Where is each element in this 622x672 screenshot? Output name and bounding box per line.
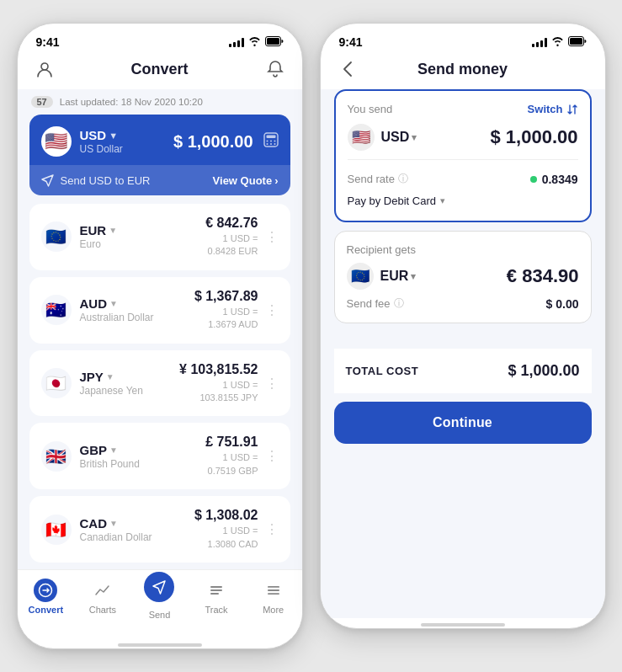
status-bar-1: 9:41 (18, 24, 302, 54)
base-code[interactable]: USD ▼ (80, 128, 123, 142)
nav-more-label: More (263, 605, 284, 615)
page-title-1: Convert (56, 61, 263, 78)
pay-chevron-icon: ▾ (440, 195, 445, 206)
more-options-icon[interactable]: ⋮ (265, 229, 279, 245)
you-send-code[interactable]: USD ▾ (381, 130, 417, 145)
you-send-currency-selector[interactable]: 🇺🇸 USD ▾ (348, 124, 417, 151)
nav-more[interactable]: More (245, 575, 302, 623)
currency-card-aud[interactable]: 🇦🇺 AUD ▼ Australian Dollar $ 1,367.89 1 … (29, 277, 290, 344)
rate-jpy: 1 USD =103.8155 JPY (179, 379, 258, 405)
flag-eur: 🇪🇺 (41, 221, 72, 252)
page-title-2: Send money (359, 61, 566, 78)
bottom-nav-1: Convert Charts Send Track (18, 569, 302, 638)
svg-rect-4 (266, 136, 275, 139)
send-rate-value: 0.8349 (530, 173, 578, 186)
phone-send-money: 9:41 Send money (320, 23, 606, 629)
more-options-icon[interactable]: ⋮ (265, 521, 279, 537)
name-eur: Euro (80, 238, 118, 250)
rate-aud: 1 USD =1.3679 AUD (194, 306, 258, 332)
header-2: Send money (321, 54, 605, 89)
base-name: US Dollar (80, 143, 123, 155)
base-amount: $ 1,000.00 (173, 132, 253, 152)
nav-convert[interactable]: Convert (18, 575, 75, 623)
convert-nav-icon (34, 579, 57, 602)
status-icons-1 (229, 36, 284, 49)
bell-icon[interactable] (263, 57, 287, 81)
total-label: TOTAL COST (346, 365, 419, 377)
currency-card-cad[interactable]: 🇨🇦 CAD ▼ Canadian Dollar $ 1,308.02 1 US… (29, 496, 290, 563)
you-send-amount: $ 1,000.00 (491, 126, 578, 148)
last-updated-bar: 57 Last updated: 18 Nov 2020 10:20 (29, 89, 290, 115)
more-options-icon[interactable]: ⋮ (265, 376, 279, 392)
send-action-text: Send USD to EUR (61, 174, 151, 187)
currency-card-jpy[interactable]: 🇯🇵 JPY ▼ Japanese Yen ¥ 103,815.52 1 USD… (29, 350, 290, 417)
continue-button[interactable]: Continue (334, 402, 592, 444)
header-spacer (566, 57, 590, 81)
code-gbp: GBP ▼ (80, 443, 140, 457)
recipient-gets-label: Recipient gets (347, 243, 416, 256)
code-cad: CAD ▼ (80, 516, 152, 531)
you-send-label: You send (348, 103, 393, 115)
svg-rect-15 (268, 586, 279, 588)
flag-cad: 🇨🇦 (41, 515, 72, 545)
switch-btn[interactable]: Switch (528, 103, 578, 115)
fee-info-icon[interactable]: ⓘ (394, 296, 404, 311)
send-action-bar[interactable]: Send USD to EUR View Quote › (29, 165, 290, 195)
currency-card-eur[interactable]: 🇪🇺 EUR ▼ Euro € 842.76 1 USD =0.8428 EUR… (29, 204, 290, 270)
amount-cad: $ 1,308.02 (194, 508, 258, 523)
svg-rect-19 (570, 38, 582, 45)
nav-track[interactable]: Track (188, 575, 245, 623)
code-jpy: JPY ▼ (80, 370, 143, 384)
rate-cad: 1 USD =1.3080 CAD (194, 525, 258, 551)
amount-jpy: ¥ 103,815.52 (179, 362, 258, 377)
flag-aud: 🇦🇺 (41, 295, 72, 325)
battery-icon (265, 36, 284, 49)
rate-gbp: 1 USD =0.7519 GBP (205, 451, 258, 477)
content-1: 57 Last updated: 18 Nov 2020 10:20 🇺🇸 US… (18, 89, 302, 569)
recipient-gets-card: Recipient gets 🇪🇺 EUR ▾ € 834.90 (334, 231, 592, 323)
rate-info-icon[interactable]: ⓘ (398, 172, 408, 186)
flag-gbp: 🇬🇧 (41, 441, 72, 472)
name-cad: Canadian Dollar (80, 531, 152, 543)
more-options-icon[interactable]: ⋮ (265, 302, 279, 318)
pay-method-row[interactable]: Pay by Debit Card ▾ (348, 189, 578, 209)
pay-method-text: Pay by Debit Card (348, 195, 437, 207)
more-options-icon[interactable]: ⋮ (265, 448, 279, 464)
send-fee-label: Send fee ⓘ (347, 296, 404, 311)
nav-charts[interactable]: Charts (74, 575, 131, 623)
svg-point-6 (270, 141, 272, 142)
user-icon[interactable] (33, 57, 56, 81)
rate-dot (530, 176, 537, 183)
header-1: Convert (18, 54, 302, 89)
recipient-code[interactable]: EUR ▾ (380, 269, 417, 284)
svg-point-5 (266, 141, 268, 142)
last-updated-text: Last updated: 18 Nov 2020 10:20 (60, 97, 203, 107)
recipient-flag: 🇪🇺 (347, 263, 374, 290)
signal-icon-2 (532, 38, 547, 47)
svg-rect-13 (210, 589, 222, 591)
charts-nav-icon (91, 579, 114, 602)
recipient-currency-selector[interactable]: 🇪🇺 EUR ▾ (347, 263, 417, 290)
wifi-icon (248, 36, 261, 49)
time-2: 9:41 (339, 35, 363, 49)
svg-rect-12 (210, 586, 222, 588)
signal-icon (229, 38, 244, 47)
wifi-icon-2 (551, 36, 564, 49)
calculator-icon[interactable] (263, 132, 279, 151)
currency-card-gbp[interactable]: 🇬🇧 GBP ▼ British Pound £ 751.91 1 USD =0… (29, 423, 290, 489)
amount-aud: $ 1,367.89 (194, 289, 258, 304)
nav-send[interactable]: Send (131, 575, 189, 623)
you-send-card: You send Switch 🇺🇸 USD ▾ (334, 89, 592, 222)
currency-list: 🇪🇺 EUR ▼ Euro € 842.76 1 USD =0.8428 EUR… (29, 204, 290, 563)
back-icon[interactable] (336, 57, 359, 81)
time-1: 9:41 (36, 35, 60, 49)
nav-send-label: Send (149, 610, 171, 620)
recipient-amount: € 834.90 (507, 265, 579, 287)
nav-charts-label: Charts (89, 605, 116, 615)
you-send-flag: 🇺🇸 (348, 124, 375, 151)
view-quote-btn[interactable]: View Quote (213, 174, 273, 187)
phone-convert: 9:41 Convert (17, 23, 303, 649)
refresh-badge[interactable]: 57 (31, 96, 53, 108)
battery-icon-2 (568, 36, 587, 49)
base-currency-card[interactable]: 🇺🇸 USD ▼ US Dollar $ 1,000.00 (29, 115, 290, 195)
